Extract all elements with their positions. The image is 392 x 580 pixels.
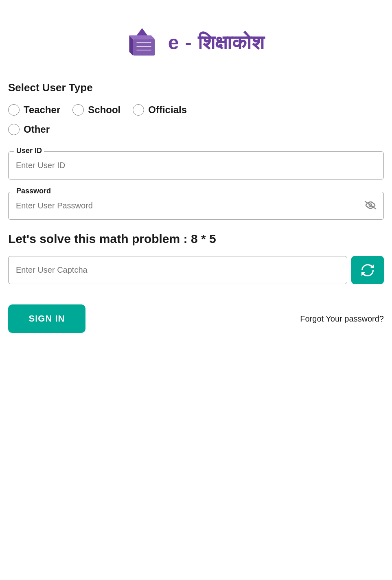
select-user-type-section: Select User Type Teacher School Official… xyxy=(8,81,384,135)
radio-input-other[interactable] xyxy=(8,124,20,135)
radio-label-other: Other xyxy=(24,124,50,135)
radio-teacher[interactable]: Teacher xyxy=(8,104,60,116)
radio-label-teacher: Teacher xyxy=(24,104,60,116)
sign-in-button[interactable]: SIGN IN xyxy=(8,304,85,333)
user-id-label: User ID xyxy=(14,147,44,155)
user-id-field-group: User ID xyxy=(8,151,384,179)
forgot-password-link[interactable]: Forgot Your password? xyxy=(300,314,384,324)
radio-input-teacher[interactable] xyxy=(8,104,20,116)
captcha-row xyxy=(8,256,384,284)
bottom-row: SIGN IN Forgot Your password? xyxy=(8,304,384,333)
refresh-icon xyxy=(360,263,375,278)
refresh-captcha-button[interactable] xyxy=(351,256,384,284)
radio-label-school: School xyxy=(88,104,120,116)
radio-other[interactable]: Other xyxy=(8,124,50,135)
password-wrapper xyxy=(8,192,384,220)
password-input[interactable] xyxy=(8,192,384,220)
captcha-input[interactable] xyxy=(8,256,347,284)
radio-school[interactable]: School xyxy=(72,104,120,116)
radio-group-row-1: Teacher School Officials xyxy=(8,104,384,116)
select-user-type-label: Select User Type xyxy=(8,81,384,94)
user-id-input[interactable] xyxy=(8,151,384,179)
radio-label-officials: Officials xyxy=(148,104,187,116)
radio-input-officials[interactable] xyxy=(133,104,144,116)
logo-section: e - शिक्षाकोश xyxy=(8,24,384,61)
svg-rect-7 xyxy=(135,37,149,39)
radio-group-row-2: Other xyxy=(8,124,384,135)
math-problem-text: Let's solve this math problem : 8 * 5 xyxy=(8,232,384,246)
svg-marker-6 xyxy=(136,28,147,35)
logo-icon xyxy=(127,24,164,61)
eye-toggle-icon[interactable] xyxy=(364,201,377,211)
password-field-group: Password xyxy=(8,192,384,220)
radio-input-school[interactable] xyxy=(72,104,84,116)
logo-text: e - शिक्षाकोश xyxy=(168,31,265,55)
radio-officials[interactable]: Officials xyxy=(133,104,187,116)
svg-rect-0 xyxy=(133,39,155,56)
password-label: Password xyxy=(14,187,53,195)
